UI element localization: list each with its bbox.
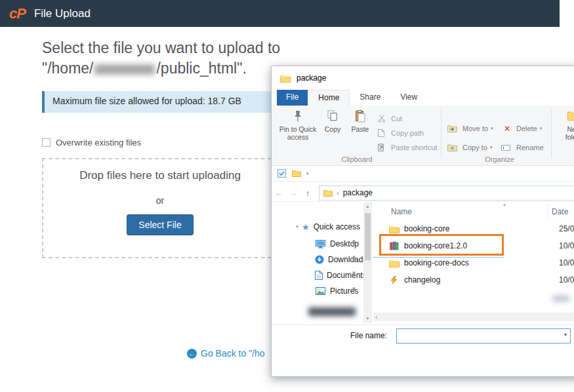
cpanel-logo-icon: cP bbox=[9, 5, 26, 22]
scroll-down-icon[interactable]: ▼ bbox=[363, 315, 372, 323]
go-back-link[interactable]: Go Back to "/ho bbox=[201, 348, 265, 359]
paste-button[interactable]: Paste bbox=[346, 108, 374, 133]
sidebar-item-downloads[interactable]: Downloads bbox=[272, 252, 362, 267]
overwrite-checkbox-label: Overwrite existing files bbox=[56, 138, 141, 147]
desktop-icon bbox=[315, 240, 326, 248]
address-input[interactable]: › package bbox=[319, 186, 574, 201]
sidebar-item-documents[interactable]: Documents bbox=[272, 268, 362, 283]
documents-icon bbox=[315, 271, 323, 280]
scrollbar-thumb[interactable] bbox=[365, 213, 371, 260]
new-folder-icon bbox=[556, 108, 574, 125]
folder-icon bbox=[292, 170, 301, 177]
column-header-name[interactable]: Name bbox=[391, 207, 412, 216]
move-to-button[interactable]: Move to ▾ bbox=[447, 121, 493, 136]
selection-underline bbox=[373, 257, 504, 258]
folder-dropdown-button[interactable]: ▾ bbox=[292, 170, 309, 177]
forward-arrow-icon[interactable]: → bbox=[286, 188, 300, 198]
dialog-title: package bbox=[297, 73, 326, 83]
paste-shortcut-button[interactable]: Paste shortcut bbox=[378, 141, 437, 154]
breadcrumb-separator-icon: › bbox=[337, 189, 339, 197]
redacted-username bbox=[94, 64, 155, 75]
cut-button[interactable]: Cut bbox=[378, 112, 402, 125]
sidebar-quick-access[interactable]: ▾ ★ Quick access bbox=[272, 220, 362, 234]
column-header-date[interactable]: Date bbox=[552, 207, 568, 216]
dialog-footer-divider bbox=[272, 324, 574, 325]
app-title: File Upload bbox=[34, 7, 91, 20]
copy-path-button[interactable]: Copy path bbox=[378, 127, 424, 140]
file-list-header: Name ▲ Date bbox=[373, 203, 574, 220]
expand-chevron-icon: ▾ bbox=[293, 224, 302, 229]
upload-dropzone[interactable]: Drop files here to start uploading or Se… bbox=[42, 158, 278, 258]
copy-to-icon bbox=[447, 144, 459, 151]
combo-dropdown-icon[interactable]: ▾ bbox=[564, 332, 567, 338]
overwrite-checkbox-row: Overwrite existing files bbox=[42, 138, 141, 147]
quick-access-star-icon: ★ bbox=[302, 222, 310, 232]
copy-path-icon bbox=[378, 129, 388, 137]
tab-file[interactable]: File bbox=[277, 90, 308, 106]
dropzone-or: or bbox=[43, 195, 277, 206]
sidebar-item-pictures[interactable]: Pictures bbox=[272, 284, 362, 298]
nav-scrollbar[interactable]: ▲ ▼ bbox=[363, 203, 372, 323]
file-list-horizontal-scrollbar[interactable]: ‹ bbox=[373, 313, 574, 321]
file-row-changelog[interactable]: changelog 10/0 bbox=[373, 272, 574, 288]
delete-button[interactable]: × Delete ▾ bbox=[501, 121, 542, 136]
group-label-organize: Organize bbox=[442, 155, 557, 163]
pin-icon bbox=[351, 271, 357, 279]
copy-to-button[interactable]: Copy to ▾ bbox=[447, 140, 492, 155]
ribbon-divider bbox=[551, 109, 552, 158]
rename-button[interactable]: Rename bbox=[501, 140, 544, 155]
folder-icon bbox=[323, 189, 333, 197]
sidebar-item-desktop[interactable]: Desktop bbox=[272, 237, 362, 251]
column-divider bbox=[547, 204, 548, 218]
redacted-file-detail bbox=[552, 296, 569, 302]
dropdown-caret-icon: ▾ bbox=[491, 126, 493, 131]
scroll-left-icon[interactable]: ‹ bbox=[375, 313, 377, 321]
paste-icon bbox=[346, 108, 374, 125]
copy-button[interactable]: Copy bbox=[320, 108, 345, 133]
pin-to-quick-access-button[interactable]: Pin to Quickaccess bbox=[278, 108, 318, 141]
breadcrumb-package[interactable]: package bbox=[343, 188, 373, 197]
pictures-icon bbox=[315, 287, 326, 295]
delete-x-icon: × bbox=[501, 123, 513, 134]
sort-ascending-icon: ▲ bbox=[502, 203, 506, 206]
group-label-clipboard: Clipboard bbox=[272, 155, 442, 163]
file-name-label: File name: bbox=[350, 331, 387, 340]
dialog-titlebar[interactable]: package bbox=[272, 66, 574, 90]
dropdown-caret-icon: ▾ bbox=[306, 171, 309, 176]
ribbon-divider bbox=[441, 109, 441, 158]
folder-icon bbox=[280, 74, 291, 83]
quick-access-toolbar: ▾ bbox=[272, 166, 574, 182]
script-file-icon bbox=[388, 276, 400, 284]
dropdown-caret-icon: ▾ bbox=[490, 145, 493, 150]
file-name-input[interactable]: ▾ bbox=[396, 328, 571, 343]
pin-icon bbox=[351, 240, 357, 247]
paste-shortcut-icon bbox=[378, 144, 388, 151]
up-arrow-icon[interactable]: ↑ bbox=[300, 188, 315, 198]
page-title-line1: Select the file you want to upload to bbox=[42, 38, 449, 58]
redacted-nav-item bbox=[308, 307, 356, 316]
dropdown-caret-icon: ▾ bbox=[540, 126, 543, 131]
select-file-button[interactable]: Select File bbox=[127, 214, 193, 235]
new-folder-button[interactable]: Newfolder bbox=[556, 108, 574, 141]
tab-view[interactable]: View bbox=[390, 90, 427, 106]
dropzone-text: Drop files here to start uploading bbox=[43, 169, 277, 182]
go-back-link-row: ← Go Back to "/ho bbox=[187, 348, 265, 359]
tab-home[interactable]: Home bbox=[308, 90, 350, 106]
overwrite-checkbox[interactable] bbox=[42, 138, 51, 147]
rename-icon bbox=[501, 144, 513, 151]
ribbon: Pin to Quickaccess Copy Paste Cut Copy p… bbox=[272, 106, 574, 166]
folder-icon bbox=[388, 225, 400, 233]
tab-share[interactable]: Share bbox=[350, 90, 390, 106]
copy-icon bbox=[320, 108, 345, 125]
scissors-icon bbox=[378, 115, 388, 123]
file-open-dialog: package File Home Share View Pin to Quic… bbox=[271, 66, 574, 377]
app-header: cP File Upload bbox=[0, 0, 560, 27]
move-to-icon bbox=[447, 125, 459, 132]
back-circle-arrow-icon: ← bbox=[187, 349, 197, 359]
screen: cP File Upload Select the file you want … bbox=[0, 0, 574, 392]
highlight-annotation bbox=[379, 234, 504, 256]
ribbon-tabs: File Home Share View bbox=[272, 90, 574, 106]
scroll-up-icon[interactable]: ▲ bbox=[363, 203, 372, 211]
checklist-icon[interactable] bbox=[277, 169, 286, 178]
back-arrow-icon[interactable]: ← bbox=[272, 188, 286, 198]
